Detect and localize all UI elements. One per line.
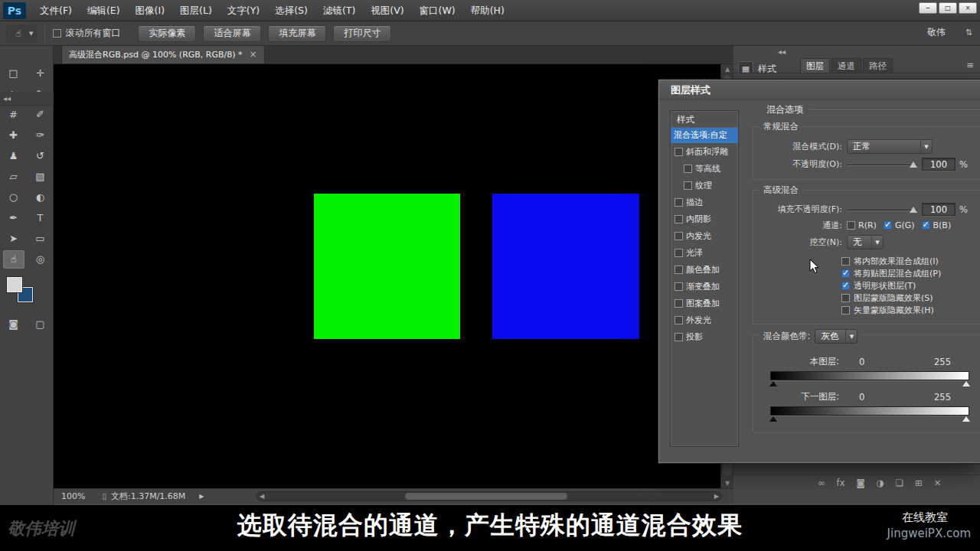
- this-layer-blend-slider[interactable]: [770, 371, 969, 380]
- spot-healing-brush-tool[interactable]: ✚: [3, 126, 24, 145]
- delete-layer-icon[interactable]: ✕: [934, 478, 942, 488]
- hand-tool[interactable]: ☝: [3, 250, 24, 269]
- menu-item[interactable]: 选择(S): [267, 0, 315, 21]
- style-list-item[interactable]: 投影: [671, 328, 738, 345]
- menu-item[interactable]: 编辑(E): [80, 0, 128, 21]
- opacity-value[interactable]: 100: [922, 158, 956, 171]
- style-list-item[interactable]: 斜面和浮雕: [671, 143, 738, 160]
- foreground-color-swatch[interactable]: [7, 277, 22, 292]
- move-tool[interactable]: ✛: [30, 64, 51, 83]
- style-checkbox[interactable]: [675, 266, 683, 274]
- advanced-blend-checkbox-row[interactable]: 将内部效果混合成组(I): [841, 255, 975, 267]
- panel-menu-icon[interactable]: ≡: [966, 60, 974, 70]
- menu-item[interactable]: 图像(I): [128, 0, 172, 21]
- fill-opacity-slider[interactable]: [847, 204, 917, 216]
- menu-item[interactable]: 文字(Y): [220, 0, 267, 21]
- eyedropper-tool[interactable]: ✐: [30, 106, 51, 124]
- layer-group-icon[interactable]: ❏: [896, 478, 903, 488]
- menu-item[interactable]: 图层(L): [172, 0, 220, 21]
- close-button[interactable]: ×: [959, 2, 977, 14]
- workspace-switcher[interactable]: 敬伟 ⇅: [927, 26, 972, 39]
- minimize-button[interactable]: ─: [919, 2, 937, 14]
- channel-checkbox[interactable]: [847, 221, 855, 230]
- advanced-blend-checkbox[interactable]: [841, 306, 850, 315]
- shape-tool[interactable]: ▭: [30, 230, 51, 248]
- slider-thumb[interactable]: [910, 207, 917, 213]
- quick-mask-button[interactable]: ◙: [3, 315, 24, 333]
- advanced-blend-checkbox[interactable]: [841, 257, 850, 266]
- slider-thumb[interactable]: [910, 161, 917, 168]
- style-checkbox[interactable]: [684, 165, 692, 173]
- channel-checkbox-group[interactable]: R(R): [847, 220, 877, 230]
- advanced-blend-checkbox-row[interactable]: 将剪贴图层混合成组(P): [841, 267, 975, 279]
- advanced-blend-checkbox[interactable]: [841, 294, 850, 302]
- channel-checkbox-group[interactable]: B(B): [922, 220, 952, 230]
- pen-tool[interactable]: ✒: [3, 209, 24, 227]
- zoom-level[interactable]: 100%: [61, 491, 85, 501]
- style-list-item[interactable]: 纹理: [671, 177, 738, 194]
- panel-tab[interactable]: 路径: [863, 58, 893, 73]
- white-point-handle[interactable]: [962, 416, 970, 422]
- blur-tool[interactable]: ○: [3, 188, 24, 207]
- type-tool[interactable]: T: [30, 209, 51, 227]
- style-list-item[interactable]: 颜色叠加: [671, 261, 738, 278]
- rectangular-marquee-tool[interactable]: □: [3, 64, 24, 83]
- style-checkbox[interactable]: [675, 148, 683, 156]
- blending-options-item[interactable]: 混合选项:自定: [671, 128, 738, 143]
- path-selection-tool[interactable]: ➤: [3, 230, 24, 248]
- menu-item[interactable]: 帮助(H): [463, 0, 512, 21]
- add-layer-mask-icon[interactable]: ◙: [856, 478, 864, 488]
- options-bar-button[interactable]: 填充屏幕: [268, 25, 326, 42]
- scroll-left-icon[interactable]: ◀: [260, 493, 264, 500]
- options-bar-button[interactable]: 适合屏幕: [203, 25, 261, 42]
- document-canvas[interactable]: [54, 64, 720, 488]
- style-checkbox[interactable]: [675, 198, 683, 207]
- zoom-tool[interactable]: ◎: [30, 250, 51, 269]
- options-bar-button[interactable]: 打印尺寸: [333, 25, 391, 42]
- scroll-up-icon[interactable]: ▲: [721, 66, 733, 73]
- link-layers-icon[interactable]: ∞: [818, 478, 825, 488]
- style-list-item[interactable]: 光泽: [671, 244, 738, 261]
- menu-item[interactable]: 文件(F): [32, 0, 80, 21]
- underlying-layer-blend-slider[interactable]: [770, 406, 969, 416]
- style-checkbox[interactable]: [675, 299, 683, 308]
- styles-list-header[interactable]: 样式: [671, 111, 738, 128]
- menu-item[interactable]: 窗口(W): [412, 0, 463, 21]
- menu-item[interactable]: 滤镜(T): [315, 0, 363, 21]
- style-checkbox[interactable]: [675, 333, 683, 341]
- dock-collapse-icon[interactable]: ◂◂: [778, 47, 786, 56]
- document-tab[interactable]: 高级混合RGB.psd @ 100% (RGB, RGB/8) * ×: [61, 45, 265, 64]
- black-point-handle[interactable]: [769, 381, 777, 386]
- options-bar-button[interactable]: 实际像素: [138, 25, 196, 42]
- style-checkbox[interactable]: [684, 181, 692, 190]
- blend-mode-select[interactable]: 正常: [847, 139, 933, 154]
- style-checkbox[interactable]: [675, 316, 683, 324]
- scroll-right-icon[interactable]: ▶: [714, 493, 719, 500]
- style-list-item[interactable]: 渐变叠加: [671, 278, 738, 295]
- horizontal-scrollbar-thumb[interactable]: [405, 493, 567, 500]
- advanced-blend-checkbox-row[interactable]: 透明形状图层(T): [841, 279, 975, 292]
- eraser-tool[interactable]: ▱: [3, 168, 24, 186]
- dialog-title[interactable]: 图层样式: [659, 80, 980, 100]
- scroll-down-icon[interactable]: ▼: [721, 480, 733, 487]
- advanced-blend-checkbox[interactable]: [841, 269, 850, 278]
- channel-checkbox-group[interactable]: G(G): [884, 220, 915, 230]
- layer-effects-icon[interactable]: fx: [837, 478, 845, 488]
- tab-close-icon[interactable]: ×: [250, 49, 257, 60]
- status-menu-arrow-icon[interactable]: ▶: [199, 493, 204, 500]
- panel-tab[interactable]: 图层: [800, 58, 830, 73]
- style-checkbox[interactable]: [675, 215, 683, 223]
- scroll-all-windows-checkbox[interactable]: [53, 29, 61, 37]
- style-list-item[interactable]: 外发光: [671, 311, 738, 328]
- style-checkbox[interactable]: [675, 249, 683, 257]
- opacity-slider[interactable]: [847, 158, 917, 171]
- style-list-item[interactable]: 图案叠加: [671, 295, 738, 311]
- blend-if-channel-select[interactable]: 灰色: [815, 329, 858, 344]
- gradient-tool[interactable]: ▧: [30, 168, 51, 186]
- history-brush-tool[interactable]: ↺: [30, 147, 51, 165]
- style-list-item[interactable]: 描边: [671, 194, 738, 210]
- white-point-handle[interactable]: [962, 381, 970, 386]
- horizontal-scrollbar[interactable]: ◀ ▶: [256, 491, 722, 501]
- dodge-tool[interactable]: ◐: [30, 188, 51, 207]
- tools-panel-collapse[interactable]: ◂◂: [0, 92, 54, 106]
